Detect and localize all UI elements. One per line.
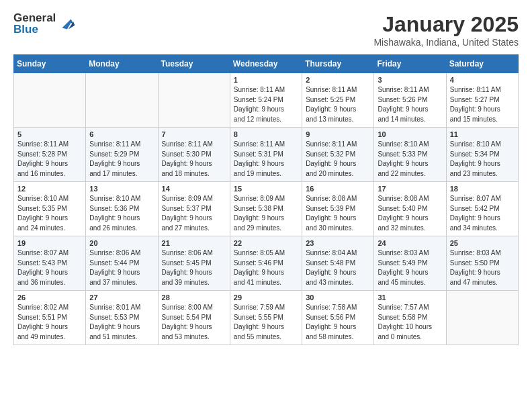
calendar-cell: 20Sunrise: 8:06 AM Sunset: 5:44 PM Dayli… [86, 236, 158, 291]
day-info: Sunrise: 8:10 AM Sunset: 5:33 PM Dayligh… [378, 140, 442, 179]
day-number: 31 [378, 293, 442, 302]
calendar-cell [446, 291, 518, 345]
day-number: 27 [89, 293, 154, 302]
day-info: Sunrise: 8:11 AM Sunset: 5:32 PM Dayligh… [306, 140, 370, 179]
calendar-cell: 19Sunrise: 8:07 AM Sunset: 5:43 PM Dayli… [14, 236, 86, 291]
day-number: 5 [17, 130, 82, 138]
calendar-cell [158, 73, 230, 128]
day-info: Sunrise: 8:07 AM Sunset: 5:43 PM Dayligh… [17, 248, 82, 287]
day-number: 20 [89, 239, 154, 247]
day-info: Sunrise: 8:11 AM Sunset: 5:31 PM Dayligh… [234, 140, 298, 179]
day-number: 10 [378, 130, 442, 138]
calendar-cell: 2Sunrise: 8:11 AM Sunset: 5:25 PM Daylig… [302, 73, 374, 128]
day-info: Sunrise: 8:09 AM Sunset: 5:37 PM Dayligh… [162, 194, 226, 233]
calendar-cell: 10Sunrise: 8:10 AM Sunset: 5:33 PM Dayli… [374, 128, 446, 182]
day-number: 11 [450, 130, 515, 138]
calendar-cell: 16Sunrise: 8:08 AM Sunset: 5:39 PM Dayli… [302, 182, 374, 236]
calendar-table: SundayMondayTuesdayWednesdayThursdayFrid… [13, 54, 519, 345]
day-number: 15 [234, 185, 298, 193]
day-number: 25 [450, 239, 515, 247]
day-number: 16 [306, 185, 370, 193]
calendar-cell: 24Sunrise: 8:03 AM Sunset: 5:49 PM Dayli… [374, 236, 446, 291]
day-info: Sunrise: 8:05 AM Sunset: 5:46 PM Dayligh… [234, 248, 298, 287]
calendar-subtitle: Mishawaka, Indiana, United States [373, 37, 519, 48]
day-number: 12 [17, 185, 82, 193]
calendar-cell: 14Sunrise: 8:09 AM Sunset: 5:37 PM Dayli… [158, 182, 230, 236]
calendar-cell: 22Sunrise: 8:05 AM Sunset: 5:46 PM Dayli… [230, 236, 302, 291]
calendar-cell: 23Sunrise: 8:04 AM Sunset: 5:48 PM Dayli… [302, 236, 374, 291]
week-row-4: 19Sunrise: 8:07 AM Sunset: 5:43 PM Dayli… [14, 236, 519, 291]
day-number: 1 [234, 76, 298, 84]
calendar-cell: 30Sunrise: 7:58 AM Sunset: 5:56 PM Dayli… [302, 291, 374, 345]
weekday-header-sunday: Sunday [14, 55, 86, 73]
day-number: 8 [234, 130, 298, 138]
day-info: Sunrise: 8:11 AM Sunset: 5:27 PM Dayligh… [450, 85, 515, 124]
calendar-title: January 2025 [373, 12, 519, 37]
calendar-cell: 12Sunrise: 8:10 AM Sunset: 5:35 PM Dayli… [14, 182, 86, 236]
day-number: 29 [234, 293, 298, 302]
day-info: Sunrise: 8:11 AM Sunset: 5:25 PM Dayligh… [306, 85, 370, 124]
day-info: Sunrise: 8:11 AM Sunset: 5:24 PM Dayligh… [234, 85, 298, 124]
day-info: Sunrise: 8:08 AM Sunset: 5:39 PM Dayligh… [306, 194, 370, 233]
day-info: Sunrise: 8:07 AM Sunset: 5:42 PM Dayligh… [450, 194, 515, 233]
day-number: 22 [234, 239, 298, 247]
calendar-cell: 26Sunrise: 8:02 AM Sunset: 5:51 PM Dayli… [14, 291, 86, 345]
day-number: 3 [378, 76, 442, 84]
page: General Blue January 2025 Mishawaka, Ind… [0, 0, 532, 357]
weekday-header-friday: Friday [374, 55, 446, 73]
day-number: 30 [306, 293, 370, 302]
day-info: Sunrise: 8:06 AM Sunset: 5:45 PM Dayligh… [162, 248, 226, 287]
calendar-cell: 21Sunrise: 8:06 AM Sunset: 5:45 PM Dayli… [158, 236, 230, 291]
calendar-cell: 29Sunrise: 7:59 AM Sunset: 5:55 PM Dayli… [230, 291, 302, 345]
day-number: 19 [17, 239, 82, 247]
calendar-cell: 3Sunrise: 8:11 AM Sunset: 5:26 PM Daylig… [374, 73, 446, 128]
day-number: 24 [378, 239, 442, 247]
day-info: Sunrise: 8:09 AM Sunset: 5:38 PM Dayligh… [234, 194, 298, 233]
calendar-cell: 1Sunrise: 8:11 AM Sunset: 5:24 PM Daylig… [230, 73, 302, 128]
day-info: Sunrise: 8:02 AM Sunset: 5:51 PM Dayligh… [17, 303, 82, 342]
day-number: 13 [89, 185, 154, 193]
logo-icon [57, 14, 76, 33]
logo: General Blue [13, 12, 76, 35]
calendar-cell [86, 73, 158, 128]
day-info: Sunrise: 8:11 AM Sunset: 5:29 PM Dayligh… [89, 140, 154, 179]
week-row-1: 1Sunrise: 8:11 AM Sunset: 5:24 PM Daylig… [14, 73, 519, 128]
day-info: Sunrise: 8:03 AM Sunset: 5:50 PM Dayligh… [450, 248, 515, 287]
day-number: 14 [162, 185, 226, 193]
calendar-cell: 27Sunrise: 8:01 AM Sunset: 5:53 PM Dayli… [86, 291, 158, 345]
day-info: Sunrise: 7:57 AM Sunset: 5:58 PM Dayligh… [378, 303, 442, 342]
calendar-cell [14, 73, 86, 128]
day-number: 21 [162, 239, 226, 247]
calendar-cell: 18Sunrise: 8:07 AM Sunset: 5:42 PM Dayli… [446, 182, 518, 236]
calendar-cell: 11Sunrise: 8:10 AM Sunset: 5:34 PM Dayli… [446, 128, 518, 182]
week-row-5: 26Sunrise: 8:02 AM Sunset: 5:51 PM Dayli… [14, 291, 519, 345]
day-info: Sunrise: 8:03 AM Sunset: 5:49 PM Dayligh… [378, 248, 442, 287]
calendar-cell: 9Sunrise: 8:11 AM Sunset: 5:32 PM Daylig… [302, 128, 374, 182]
day-number: 6 [89, 130, 154, 138]
day-number: 28 [162, 293, 226, 302]
calendar-cell: 25Sunrise: 8:03 AM Sunset: 5:50 PM Dayli… [446, 236, 518, 291]
day-number: 2 [306, 76, 370, 84]
weekday-header-wednesday: Wednesday [230, 55, 302, 73]
weekday-header-thursday: Thursday [302, 55, 374, 73]
day-info: Sunrise: 7:59 AM Sunset: 5:55 PM Dayligh… [234, 303, 298, 342]
day-number: 17 [378, 185, 442, 193]
day-info: Sunrise: 8:11 AM Sunset: 5:28 PM Dayligh… [17, 140, 82, 179]
day-info: Sunrise: 8:10 AM Sunset: 5:36 PM Dayligh… [89, 194, 154, 233]
day-info: Sunrise: 8:10 AM Sunset: 5:34 PM Dayligh… [450, 140, 515, 179]
calendar-cell: 5Sunrise: 8:11 AM Sunset: 5:28 PM Daylig… [14, 128, 86, 182]
logo-blue: Blue [13, 24, 56, 35]
logo-general: General [13, 12, 56, 24]
calendar-cell: 4Sunrise: 8:11 AM Sunset: 5:27 PM Daylig… [446, 73, 518, 128]
day-info: Sunrise: 8:10 AM Sunset: 5:35 PM Dayligh… [17, 194, 82, 233]
day-number: 7 [162, 130, 226, 138]
weekday-header-row: SundayMondayTuesdayWednesdayThursdayFrid… [14, 55, 519, 73]
day-info: Sunrise: 8:06 AM Sunset: 5:44 PM Dayligh… [89, 248, 154, 287]
day-info: Sunrise: 8:01 AM Sunset: 5:53 PM Dayligh… [89, 303, 154, 342]
day-info: Sunrise: 8:11 AM Sunset: 5:30 PM Dayligh… [162, 140, 226, 179]
week-row-3: 12Sunrise: 8:10 AM Sunset: 5:35 PM Dayli… [14, 182, 519, 236]
weekday-header-monday: Monday [86, 55, 158, 73]
calendar-cell: 7Sunrise: 8:11 AM Sunset: 5:30 PM Daylig… [158, 128, 230, 182]
calendar-cell: 6Sunrise: 8:11 AM Sunset: 5:29 PM Daylig… [86, 128, 158, 182]
day-info: Sunrise: 8:08 AM Sunset: 5:40 PM Dayligh… [378, 194, 442, 233]
